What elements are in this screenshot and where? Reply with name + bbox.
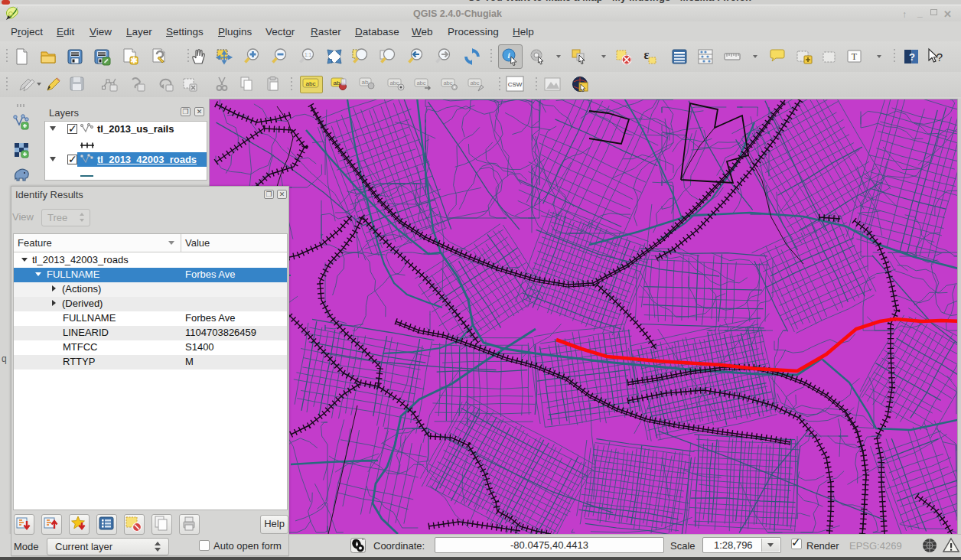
- svg-text:✱: ✱: [130, 55, 138, 66]
- svg-text:T: T: [852, 51, 858, 62]
- svg-text:abc: abc: [306, 80, 316, 87]
- svg-text:abc: abc: [416, 80, 425, 86]
- svg-text:abc: abc: [443, 80, 452, 86]
- svg-text:?: ?: [937, 50, 943, 63]
- svg-text:CSW: CSW: [508, 81, 523, 88]
- svg-text:ab: ab: [362, 79, 369, 86]
- svg-text:1:1: 1:1: [305, 52, 311, 57]
- svg-text:abc: abc: [470, 80, 479, 86]
- svg-text:abc: abc: [389, 80, 399, 86]
- svg-text:?: ?: [909, 51, 915, 63]
